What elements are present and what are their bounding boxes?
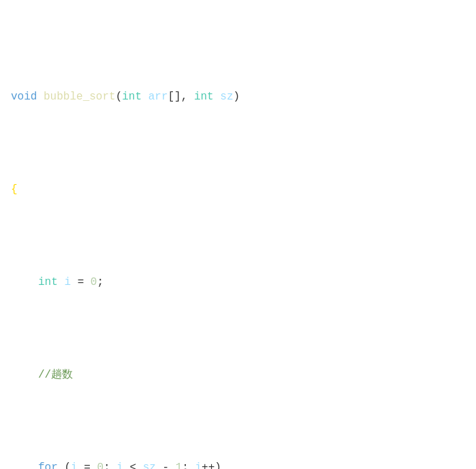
type-int-2: int [194,88,214,106]
keyword-void: void [11,88,37,106]
var-arr: arr [148,88,168,106]
brace-open-1: { [11,181,18,199]
var-sz: sz [220,88,233,106]
code-display: void bubble_sort(int arr[], int sz) { in… [0,7,476,469]
keyword-for-1: for [38,459,58,470]
var-i: i [64,273,71,292]
function-name: bubble_sort [44,88,116,106]
type-int-1: int [122,88,142,106]
comment-1: //趟数 [38,366,73,384]
code-line-4: //趟数 [11,366,465,384]
num-0-1: 0 [91,273,97,292]
code-line-2: { [11,181,465,199]
code-line-1: void bubble_sort(int arr[], int sz) [11,88,465,106]
code-line-5: for (i = 0; i < sz - 1; i++) [11,459,465,470]
type-int-3: int [38,273,58,292]
code-line-3: int i = 0; [11,273,465,292]
